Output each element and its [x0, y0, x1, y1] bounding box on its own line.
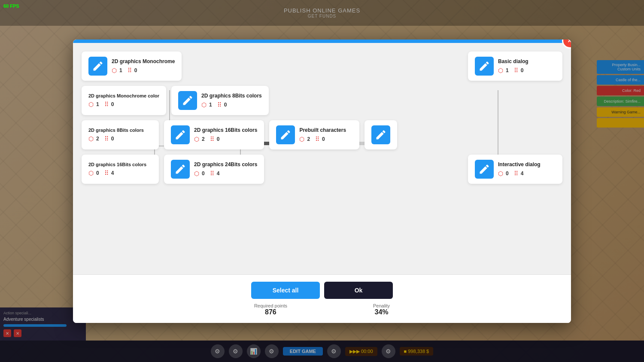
grid-val-inter: 4 — [521, 170, 524, 176]
cpu-icon-pb: ⬡ — [299, 136, 304, 143]
card-icon-interactive — [475, 160, 494, 179]
tech-card-8bits-b[interactable]: 2D graphics 8Bits colors ⬡ 2 ⠿ 0 — [82, 120, 159, 149]
tech-card-interactive-dialog[interactable]: Interactive dialog ⬡ 0 ⠿ 4 — [468, 155, 562, 184]
card-info-24bits: 2D graphics 24Bits colors ⬡ 0 ⠿ 4 — [194, 161, 257, 177]
card-info-prebuilt: Prebuilt characters ⬡ 2 ⠿ 0 — [299, 127, 352, 143]
tech-card-mono-color[interactable]: 2D graphics Monochrome color ⬡ 1 ⠿ 0 — [82, 86, 166, 115]
tech-card-8bits[interactable]: 2D graphics 8Bits colors ⬡ 1 ⠿ 0 — [171, 86, 269, 115]
card-name-16bits-b: 2D graphics 16Bits colors — [88, 162, 152, 167]
points-value: 876 — [254, 308, 287, 316]
card-info-mono-color: 2D graphics Monochrome color ⬡ 1 ⠿ 0 — [88, 93, 159, 108]
cpu-val-8b: 1 — [209, 102, 212, 108]
footer-stat-points: Required points 876 — [254, 303, 287, 316]
cpu-val-16b: 2 — [202, 136, 205, 142]
fps-counter: 60 FPS — [3, 3, 19, 9]
pencil-icon — [92, 60, 104, 72]
footer-stat-penalty: Penality 34% — [373, 303, 390, 316]
tech-card-2d-monochrome[interactable]: 2D graphics Monochrome ⬡ 1 ⠿ 0 — [82, 52, 182, 81]
tech-card-16bits-b[interactable]: 2D graphics 16Bits colors ⬡ 0 ⠿ 4 — [82, 155, 159, 184]
cpu-icon-16b: ⬡ — [194, 136, 199, 143]
card-icon-8bits — [178, 91, 197, 110]
cpu-icon-8b: ⬡ — [201, 101, 207, 108]
points-label: Required points — [254, 303, 287, 308]
grid-val-16b: 0 — [217, 136, 220, 142]
card-info-16bits: 2D graphics 16Bits colors ⬡ 2 ⠿ 0 — [194, 127, 257, 143]
card-stats-mono-color: ⬡ 1 ⠿ 0 — [88, 101, 159, 108]
card-stats-16bits-b: ⬡ 0 ⠿ 4 — [88, 170, 152, 176]
grid-icon-mono: ⠿ — [128, 67, 132, 74]
pencil-icon-prebuilt — [279, 129, 292, 141]
cpu-icon-24b: ⬡ — [194, 170, 199, 177]
grid-icon-inter: ⠿ — [514, 170, 518, 177]
pencil-icon-2 — [478, 60, 490, 72]
card-name-24bits: 2D graphics 24Bits colors — [194, 161, 257, 167]
grid-val-pb: 0 — [322, 136, 325, 142]
cpu-val-16bb: 0 — [96, 170, 99, 176]
tech-card-basic-dialog[interactable]: Basic dialog ⬡ 1 ⠿ 0 — [468, 52, 562, 81]
grid-val-24b: 4 — [217, 170, 220, 176]
card-name-16bits: 2D graphics 16Bits colors — [194, 127, 257, 133]
grid-icon-16bb: ⠿ — [104, 170, 109, 176]
grid-icon-8b: ⠿ — [217, 101, 222, 108]
card-stats-interactive: ⬡ 0 ⠿ 4 — [498, 170, 556, 177]
cpu-val-mono: 1 — [119, 67, 122, 73]
cards-wrapper: 2D graphics Monochrome ⬡ 1 ⠿ 0 — [82, 52, 562, 184]
card-icon-right — [371, 125, 390, 144]
modal-footer: Select all Ok Required points 876 Penali… — [73, 274, 571, 323]
card-info-monochrome: 2D graphics Monochrome ⬡ 1 ⠿ 0 — [112, 58, 175, 74]
cpu-icon-mono: ⬡ — [112, 67, 117, 74]
card-name-interactive: Interactive dialog — [498, 161, 556, 167]
pencil-icon-24bits — [174, 163, 186, 175]
card-stats-basic-dialog: ⬡ 1 ⠿ 0 — [498, 67, 556, 74]
card-stats-monochrome: ⬡ 1 ⠿ 0 — [112, 67, 175, 74]
tech-card-right-partial[interactable] — [365, 120, 397, 149]
grid-val-mc: 0 — [111, 101, 114, 107]
cpu-val-inter: 0 — [506, 170, 509, 176]
pencil-icon-8bits — [182, 94, 194, 106]
grid-icon-pb: ⠿ — [315, 136, 319, 143]
grid-icon-basic: ⠿ — [514, 67, 518, 74]
grid-val-8bb: 0 — [111, 136, 114, 142]
card-stats-24bits: ⬡ 0 ⠿ 4 — [194, 170, 257, 177]
pencil-icon-right — [375, 129, 387, 141]
modal-header — [73, 40, 571, 43]
card-info-16bits-b: 2D graphics 16Bits colors ⬡ 0 ⠿ 4 — [88, 162, 152, 176]
cpu-icon-8bb: ⬡ — [88, 135, 94, 142]
card-info-8bits-b: 2D graphics 8Bits colors ⬡ 2 ⠿ 0 — [88, 128, 152, 142]
grid-val-16bb: 4 — [111, 170, 114, 176]
ok-button[interactable]: Ok — [324, 282, 393, 299]
card-info-8bits: 2D graphics 8Bits colors ⬡ 1 ⠿ 0 — [201, 93, 262, 108]
modal-content: 2D graphics Monochrome ⬡ 1 ⠿ 0 — [73, 43, 571, 274]
grid-val-8b: 0 — [224, 102, 227, 108]
cpu-val-pb: 2 — [307, 136, 310, 142]
card-info-basic-dialog: Basic dialog ⬡ 1 ⠿ 0 — [498, 58, 556, 74]
modal-overlay: × — [0, 0, 644, 362]
card-name-mono-color: 2D graphics Monochrome color — [88, 93, 159, 98]
footer-stats: Required points 876 Penality 34% — [254, 303, 390, 316]
cpu-icon-inter: ⬡ — [498, 170, 503, 177]
grid-icon-16b: ⠿ — [210, 136, 214, 143]
tech-card-24bits[interactable]: 2D graphics 24Bits colors ⬡ 0 ⠿ 4 — [164, 155, 264, 184]
select-all-button[interactable]: Select all — [251, 282, 320, 299]
pencil-icon-16bits — [174, 129, 186, 141]
card-stats-8bits-b: ⬡ 2 ⠿ 0 — [88, 135, 152, 142]
cpu-icon-16bb: ⬡ — [88, 170, 94, 176]
card-stats-16bits: ⬡ 2 ⠿ 0 — [194, 136, 257, 143]
penalty-label: Penality — [373, 303, 390, 308]
cpu-val-24b: 0 — [202, 170, 205, 176]
tech-card-16bits[interactable]: 2D graphics 16Bits colors ⬡ 2 ⠿ 0 — [164, 120, 264, 149]
pencil-icon-interactive — [478, 163, 490, 175]
card-name-8bits: 2D graphics 8Bits colors — [201, 93, 262, 99]
card-name-prebuilt: Prebuilt characters — [299, 127, 352, 133]
modal-dialog: × — [73, 40, 571, 323]
card-name-8bits-b: 2D graphics 8Bits colors — [88, 128, 152, 133]
cpu-val-mc: 1 — [96, 101, 99, 107]
card-icon-prebuilt — [276, 125, 295, 144]
cpu-icon-mc: ⬡ — [88, 101, 94, 108]
card-stats-prebuilt: ⬡ 2 ⠿ 0 — [299, 136, 352, 143]
card-name-basic-dialog: Basic dialog — [498, 58, 556, 64]
tech-card-prebuilt[interactable]: Prebuilt characters ⬡ 2 ⠿ 0 — [269, 120, 359, 149]
grid-icon-24b: ⠿ — [210, 170, 214, 177]
card-icon-24bits — [171, 160, 190, 179]
cpu-val-basic: 1 — [506, 67, 509, 73]
